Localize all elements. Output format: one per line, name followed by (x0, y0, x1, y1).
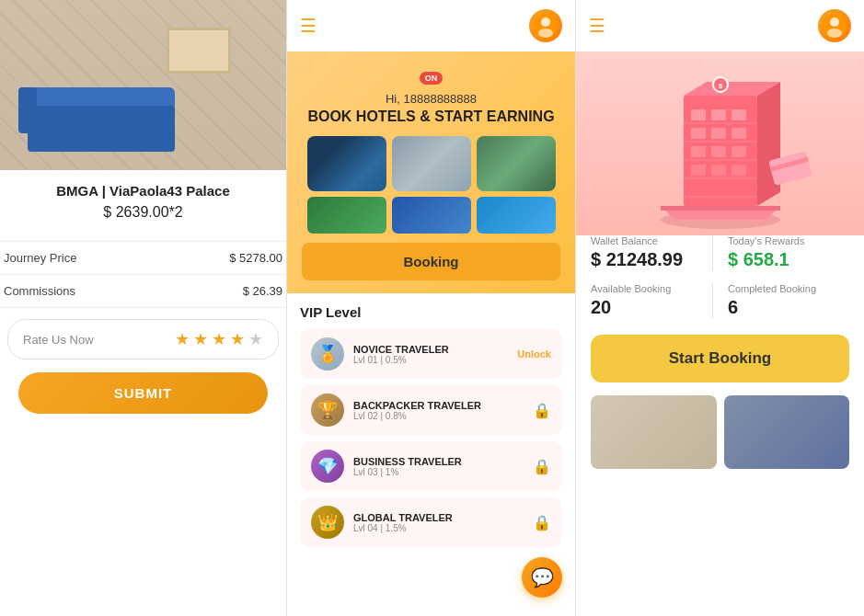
journey-price-row: Journey Price $ 5278.00 (0, 242, 286, 275)
star-2[interactable]: ★ (193, 329, 208, 349)
right-hamburger-icon[interactable]: ☰ (589, 15, 605, 37)
vip-level-4: Lvl 04 | 1.5% (353, 523, 524, 533)
vip-badge-2: 🏆 (311, 394, 344, 427)
svg-point-2 (538, 29, 553, 38)
submit-button[interactable]: SUBMIT (18, 372, 268, 414)
vip-name-2: BACKPACKER TRAVELER (353, 400, 524, 411)
hotel-thumb-3[interactable] (477, 136, 556, 191)
svg-rect-23 (732, 165, 746, 176)
hotel-name: BMGA | ViaPaola43 Palace (15, 183, 271, 199)
vip-info-3: BUSINESS TRAVELER Lvl 03 | 1% (353, 456, 524, 477)
hotel-price: $ 2639.00*2 (15, 204, 271, 221)
wallet-value: $ 21248.99 (591, 249, 705, 270)
vip-lock-4: 🔒 (533, 514, 551, 531)
booking-button[interactable]: Booking (302, 243, 560, 280)
hotel-image (0, 0, 286, 170)
svg-rect-13 (711, 109, 726, 120)
right-panel: ☰ (576, 0, 864, 616)
journey-value: $ 5278.00 (229, 251, 282, 265)
svg-rect-19 (711, 146, 726, 157)
vip-title: VIP Level (300, 304, 562, 320)
start-booking-button[interactable]: Start Booking (591, 335, 849, 382)
vip-level-2: Lvl 02 | 0.8% (353, 411, 524, 421)
vip-info-1: NOVICE TRAVELER Lvl 01 | 0.5% (353, 344, 508, 365)
hi-text: Hi, 18888888888 (302, 92, 560, 106)
chat-fab[interactable]: 💬 (522, 557, 562, 598)
commissions-row: Commissions $ 26.39 (0, 275, 286, 308)
sofa-decoration (18, 87, 268, 152)
vip-item-4: 👑 GLOBAL TRAVELER Lvl 04 | 1.5% 🔒 (300, 497, 562, 547)
rewards-stat: Today's Rewards $ 658.1 (713, 235, 849, 270)
right-header: ☰ (576, 0, 864, 51)
vip-lock-2: 🔒 (533, 402, 551, 419)
left-panel: BMGA | ViaPaola43 Palace $ 2639.00*2 Jou… (0, 0, 287, 616)
star-3[interactable]: ★ (212, 329, 226, 349)
vip-badge-4: 👑 (311, 506, 344, 539)
vip-name-1: NOVICE TRAVELER (353, 344, 508, 355)
hotel-thumb-2[interactable] (392, 136, 471, 191)
hotel-thumb-4[interactable] (307, 197, 386, 234)
vip-info-2: BACKPACKER TRAVELER Lvl 02 | 0.8% (353, 400, 524, 421)
rate-us-label: Rate Us Now (23, 333, 94, 347)
welcome-banner: ON Hi, 18888888888 BOOK HOTELS & START E… (287, 51, 575, 293)
hotel-thumb-6[interactable] (477, 197, 556, 234)
hotel-thumb-1[interactable] (307, 136, 386, 191)
vip-name-3: BUSINESS TRAVELER (353, 456, 524, 467)
svg-marker-10 (757, 82, 780, 206)
svg-point-1 (541, 17, 550, 27)
journey-label: Journey Price (4, 251, 76, 265)
vip-section: VIP Level 🏅 NOVICE TRAVELER Lvl 01 | 0.5… (287, 293, 575, 565)
hotel-info: BMGA | ViaPaola43 Palace $ 2639.00*2 (0, 170, 286, 241)
wallet-balance-stat: Wallet Balance $ 21248.99 (591, 235, 713, 270)
vip-info-4: GLOBAL TRAVELER Lvl 04 | 1.5% (353, 512, 524, 533)
bottom-thumb-2[interactable] (724, 395, 850, 469)
completed-booking-stat: Completed Booking 6 (713, 283, 849, 318)
mid-logo (529, 9, 562, 42)
vip-badge-1: 🏅 (311, 337, 344, 371)
svg-rect-17 (732, 128, 746, 139)
right-logo (818, 9, 851, 42)
svg-rect-12 (691, 109, 706, 120)
star-rating[interactable]: ★ ★ ★ ★ ★ (175, 329, 263, 349)
svg-rect-21 (691, 165, 706, 176)
vip-name-4: GLOBAL TRAVELER (353, 512, 524, 523)
price-rows: Journey Price $ 5278.00 Commissions $ 26… (0, 241, 286, 308)
svg-rect-14 (732, 109, 746, 120)
stats-row-1: Wallet Balance $ 21248.99 Today's Reward… (576, 235, 864, 279)
vip-level-1: Lvl 01 | 0.5% (353, 355, 508, 365)
hamburger-icon[interactable]: ☰ (300, 15, 317, 37)
svg-rect-18 (691, 146, 706, 157)
building-illustration: $ (628, 59, 812, 229)
star-1[interactable]: ★ (175, 329, 190, 349)
live-badge: ON (420, 72, 444, 85)
completed-value: 6 (728, 297, 842, 318)
vip-unlock-1[interactable]: Unlock (517, 348, 551, 359)
svg-rect-20 (732, 146, 746, 157)
rate-us-widget[interactable]: Rate Us Now ★ ★ ★ ★ ★ (7, 319, 279, 359)
svg-rect-15 (691, 128, 706, 139)
available-label: Available Booking (591, 283, 705, 294)
mid-panel: ☰ ON Hi, 18888888888 BOOK HOTELS & START… (287, 0, 576, 616)
earn-title: BOOK HOTELS & START EARNING (302, 108, 560, 125)
vip-item-1: 🏅 NOVICE TRAVELER Lvl 01 | 0.5% Unlock (300, 329, 562, 379)
available-value: 20 (591, 297, 705, 318)
star-4[interactable]: ★ (230, 329, 245, 349)
star-5[interactable]: ★ (248, 329, 263, 349)
vip-item-3: 💎 BUSINESS TRAVELER Lvl 03 | 1% 🔒 (300, 441, 562, 491)
hotel-thumbnails-row2 (302, 197, 560, 234)
bottom-thumb-1[interactable] (591, 395, 717, 469)
rewards-value: $ 658.1 (728, 249, 842, 270)
vip-item-2: 🏆 BACKPACKER TRAVELER Lvl 02 | 0.8% 🔒 (300, 385, 562, 435)
sofa (28, 101, 175, 152)
vip-level-3: Lvl 03 | 1% (353, 467, 524, 477)
svg-rect-16 (711, 128, 726, 139)
mid-header: ☰ (287, 0, 575, 51)
hotel-thumb-5[interactable] (392, 197, 471, 234)
vip-lock-3: 🔒 (533, 458, 551, 475)
svg-rect-22 (711, 165, 726, 176)
rewards-label: Today's Rewards (728, 235, 842, 246)
vip-badge-3: 💎 (311, 450, 344, 483)
painting-decoration (167, 28, 231, 74)
hero-banner: $ (576, 51, 864, 235)
svg-point-4 (830, 17, 839, 27)
